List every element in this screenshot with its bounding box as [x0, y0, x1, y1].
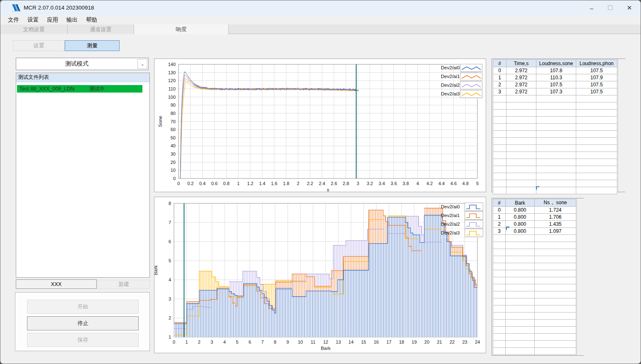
table-row-empty[interactable] [493, 166, 617, 173]
table-cell[interactable]: 0.800 [506, 207, 535, 214]
table-cell[interactable] [536, 180, 576, 187]
table-cell[interactable] [493, 103, 506, 110]
table-cell[interactable] [535, 270, 576, 277]
table-cell[interactable]: 3 [493, 88, 506, 95]
tab-channel-settings[interactable]: 通道设置 [68, 24, 134, 34]
table-cell[interactable] [535, 298, 576, 305]
table-cell[interactable] [493, 173, 506, 180]
legend-item[interactable]: Dev2/ai0 [441, 203, 483, 211]
line-style-icon[interactable] [460, 90, 482, 98]
table-cell[interactable] [536, 131, 576, 138]
table-cell[interactable] [493, 145, 506, 152]
table-cell[interactable] [493, 235, 506, 242]
table-cell[interactable] [493, 187, 506, 194]
table-cell[interactable] [535, 277, 576, 284]
table-cell[interactable]: 3 [493, 228, 506, 235]
table-row-empty[interactable] [493, 103, 617, 110]
legend-item[interactable]: Dev2/ai1 [441, 211, 483, 220]
table-cell[interactable]: 1.706 [535, 214, 576, 221]
table-cell[interactable] [506, 110, 536, 117]
table-cell[interactable]: 107.5 [536, 81, 576, 88]
table-cell[interactable] [535, 242, 576, 249]
table-cell[interactable] [506, 270, 535, 277]
table-cell[interactable] [536, 152, 576, 159]
minimize-button[interactable]: – [582, 0, 601, 15]
table-cell[interactable] [506, 284, 535, 291]
table-cell[interactable] [535, 305, 576, 313]
table-cell[interactable] [535, 348, 576, 355]
column-header[interactable]: Loudness,phon [576, 60, 617, 67]
table-cell[interactable] [506, 242, 535, 249]
table-cell[interactable]: 2.972 [506, 74, 536, 81]
table-row-empty[interactable] [493, 263, 576, 270]
table-cell[interactable] [506, 348, 535, 355]
table-row-empty[interactable] [493, 341, 576, 348]
tab-document-settings[interactable]: 文档设置 [0, 24, 68, 34]
table-cell[interactable] [493, 291, 506, 298]
table-cell[interactable] [576, 173, 617, 180]
bar-style-icon[interactable] [465, 220, 483, 228]
table-cell[interactable] [535, 320, 576, 327]
table-cell[interactable]: 0.800 [506, 214, 535, 221]
table-row-empty[interactable] [493, 249, 576, 256]
table-row-empty[interactable] [493, 256, 576, 263]
table-cell[interactable] [506, 291, 535, 298]
table-cell[interactable] [506, 256, 535, 263]
table-cell[interactable] [535, 313, 576, 320]
table-cell[interactable] [536, 173, 576, 180]
table-cell[interactable] [493, 180, 506, 187]
table-cell[interactable] [506, 180, 536, 187]
table-row[interactable]: 00.8001.724 [493, 207, 576, 214]
table-cell[interactable] [493, 277, 506, 284]
table-cell[interactable] [493, 313, 506, 320]
table-cell[interactable]: 107.5 [576, 81, 617, 88]
bar-style-icon[interactable] [465, 229, 483, 237]
column-header[interactable]: Ns， sone [535, 199, 576, 207]
table-cell[interactable] [493, 334, 506, 341]
table-cell[interactable] [506, 320, 535, 327]
table-cell[interactable] [506, 159, 536, 166]
table-row-empty[interactable] [493, 291, 576, 298]
table-cell[interactable] [493, 159, 506, 166]
table-cell[interactable]: 2 [493, 81, 506, 88]
table-row-empty[interactable] [493, 298, 576, 305]
table-cell[interactable] [576, 138, 617, 145]
table-cell[interactable] [576, 124, 617, 131]
loudness-time-plot[interactable]: 00.20.40.60.811.21.41.61.822.22.42.62.83… [154, 59, 486, 192]
table-cell[interactable] [493, 284, 506, 291]
table-cell[interactable] [493, 249, 506, 256]
table-cell[interactable] [576, 145, 617, 152]
table-cell[interactable] [535, 256, 576, 263]
bark-table[interactable]: #BarkNs， sone00.8001.72410.8001.70620.80… [493, 199, 576, 355]
chevron-down-icon[interactable]: ⌄ [137, 59, 147, 69]
table-cell[interactable] [493, 256, 506, 263]
table-cell[interactable] [536, 95, 576, 103]
table-cell[interactable] [506, 95, 536, 103]
table-cell[interactable] [493, 298, 506, 305]
table-row-empty[interactable] [493, 124, 617, 131]
table-cell[interactable] [536, 124, 576, 131]
table-row-empty[interactable] [493, 131, 617, 138]
table-cell[interactable] [506, 298, 535, 305]
table-cell[interactable] [493, 152, 506, 159]
bark-spectrum-chart[interactable]: 0123456789101112131415161718192021222324… [154, 197, 486, 353]
table-cell[interactable] [535, 291, 576, 298]
stop-button[interactable]: 停止 [27, 316, 139, 330]
menu-item[interactable]: 文件 [4, 15, 23, 24]
column-header[interactable]: # [493, 60, 506, 67]
table-row[interactable]: 30.8001.097 [493, 228, 576, 235]
loudness-table[interactable]: #Time,sLoudness,soneLoudness,phon02.9721… [493, 59, 617, 194]
table-cell[interactable] [506, 145, 536, 152]
table-cell[interactable] [535, 249, 576, 256]
table-cell[interactable] [493, 117, 506, 124]
loudness-time-chart[interactable]: 00.20.40.60.811.21.41.61.822.22.42.62.83… [154, 59, 486, 192]
table-cell[interactable] [536, 138, 576, 145]
subtab-settings-button[interactable]: 设置 [13, 40, 65, 51]
table-cell[interactable] [493, 320, 506, 327]
table-row[interactable]: 32.972107.3107.5 [493, 88, 617, 95]
table-cell[interactable]: 1 [493, 74, 506, 81]
table-row-empty[interactable] [493, 284, 576, 291]
table-row[interactable]: 10.8001.706 [493, 214, 576, 221]
legend-item[interactable]: Dev2/ai1 [441, 72, 482, 81]
table-cell[interactable] [506, 131, 536, 138]
